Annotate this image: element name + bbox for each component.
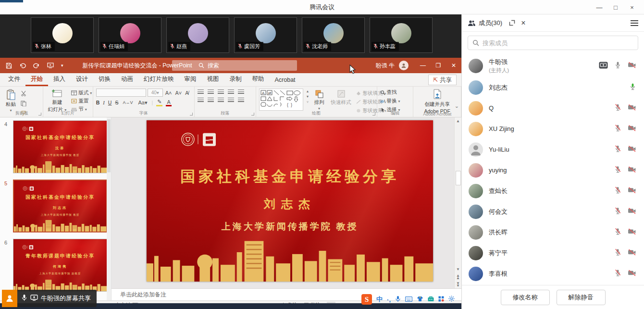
camera-off-icon[interactable]: [628, 207, 636, 216]
camera-off-icon[interactable]: [628, 187, 636, 195]
video-tile[interactable]: 虞国芳: [234, 17, 297, 53]
sogou-mode-chinese[interactable]: 中: [376, 295, 383, 304]
find-button[interactable]: 查找: [380, 89, 397, 96]
ribbon-tab-帮助[interactable]: 帮助: [247, 73, 270, 86]
member-row[interactable]: yuying: [462, 160, 644, 180]
ribbon-tab-审阅[interactable]: 审阅: [179, 73, 202, 86]
member-row[interactable]: 何会文: [462, 201, 644, 222]
ribbon-tab-文件[interactable]: 文件: [3, 73, 25, 86]
ribbon-tab-开始[interactable]: 开始: [25, 73, 48, 86]
sogou-logo-icon[interactable]: S: [361, 294, 372, 305]
member-row[interactable]: XU Zijing: [462, 118, 644, 139]
member-row[interactable]: 李喜根: [462, 263, 644, 284]
columns-icon[interactable]: [238, 98, 244, 103]
font-color-icon[interactable]: A: [166, 99, 171, 106]
mic-muted-icon[interactable]: [614, 228, 621, 237]
mic-muted-icon[interactable]: [614, 207, 621, 217]
justify-icon[interactable]: [228, 98, 234, 103]
video-tile[interactable]: 任瑞娟: [99, 17, 161, 53]
mic-muted-icon[interactable]: [614, 269, 621, 279]
shapes-scroll-down[interactable]: ▼: [306, 95, 310, 98]
slide-thumbnail[interactable]: 6 青年教师课题申请经验分享何琦隽上海大学新闻传播学院 副教授: [0, 239, 111, 292]
ribbon-tab-切换[interactable]: 切换: [93, 73, 116, 86]
clear-format-icon[interactable]: A̸: [184, 90, 189, 96]
arrange-button[interactable]: 排列 ▾: [312, 89, 326, 111]
camera-off-icon[interactable]: [628, 145, 636, 154]
redo-icon[interactable]: [33, 63, 40, 68]
mic-muted-icon[interactable]: [614, 145, 621, 154]
camera-off-icon[interactable]: [628, 249, 636, 258]
member-row[interactable]: 蒋宁平: [462, 243, 644, 263]
paste-button[interactable]: 粘贴 ▾: [4, 89, 18, 113]
member-search-box[interactable]: [468, 36, 638, 50]
line-spacing-icon[interactable]: [238, 90, 244, 95]
slide-scrollbar[interactable]: ▲ ▼ ▲▲ ▼▼: [454, 117, 461, 288]
copy-icon[interactable]: [21, 100, 26, 108]
member-search-input[interactable]: [483, 39, 633, 47]
ribbon-tab-插入[interactable]: 插入: [48, 73, 71, 86]
align-left-icon[interactable]: [198, 98, 204, 103]
numbering-icon[interactable]: [208, 90, 214, 95]
change-case-icon[interactable]: Aa▾: [137, 100, 148, 106]
mic-muted-icon[interactable]: [614, 166, 621, 175]
member-row[interactable]: Yu-liLiu: [462, 139, 644, 160]
close-button[interactable]: ×: [624, 0, 640, 14]
video-tile[interactable]: 张林: [31, 17, 94, 53]
video-tile[interactable]: 孙丰蕊: [370, 17, 433, 53]
ppt-minimize-button[interactable]: —: [415, 58, 431, 73]
screen-share-indicator[interactable]: 牛盼强的屏幕共享: [2, 290, 97, 307]
cut-icon[interactable]: [21, 90, 26, 98]
ribbon-tab-幻灯片放映[interactable]: 幻灯片放映: [138, 73, 179, 86]
reset-button[interactable]: 重置: [71, 98, 92, 104]
previous-slide-button[interactable]: ▲▲: [456, 273, 460, 281]
slide-canvas[interactable]: 国家社科基金申请经验分享 刘志杰 上海大学新闻传播学院 教授 ▲: [111, 117, 461, 288]
clipboard-dialog-launcher[interactable]: [38, 113, 41, 116]
font-name-box[interactable]: [96, 89, 146, 97]
member-row[interactable]: 洪长晖: [462, 222, 644, 243]
camera-off-icon[interactable]: [628, 125, 636, 133]
camera-off-icon[interactable]: [628, 270, 636, 278]
ppt-search-box[interactable]: 搜索: [172, 60, 297, 71]
share-screen-icon[interactable]: [30, 295, 38, 302]
bold-button[interactable]: B: [96, 100, 100, 105]
rename-button[interactable]: 修改名称: [501, 290, 550, 305]
unmute-button[interactable]: 解除静音: [557, 290, 606, 305]
indent-decrease-icon[interactable]: [218, 90, 224, 95]
grow-font-icon[interactable]: A˄: [164, 90, 173, 96]
member-row[interactable]: 牛盼强(主持人): [462, 55, 644, 77]
close-panel-icon[interactable]: ×: [521, 19, 525, 27]
font-dialog-launcher[interactable]: [190, 113, 193, 116]
current-slide[interactable]: 国家社科基金申请经验分享 刘志杰 上海大学新闻传播学院 教授: [147, 120, 433, 282]
shapes-more[interactable]: ▿: [307, 100, 309, 104]
mic-muted-icon[interactable]: [614, 124, 621, 134]
collapse-ribbon-icon[interactable]: ⌄: [455, 103, 459, 109]
scroll-up-icon[interactable]: ▲: [456, 117, 460, 125]
sogou-settings-gear-icon[interactable]: [448, 296, 455, 303]
video-tile[interactable]: 赵燕: [166, 17, 229, 53]
ppt-restore-button[interactable]: ❐: [431, 58, 446, 73]
layout-button[interactable]: 版式 ▾: [71, 90, 92, 96]
minimize-button[interactable]: —: [591, 0, 607, 14]
ribbon-tab-设计[interactable]: 设计: [71, 73, 93, 86]
shrink-font-icon[interactable]: A˅: [174, 90, 183, 96]
camera-off-icon[interactable]: [628, 62, 636, 70]
scrollbar-thumb[interactable]: [456, 171, 461, 185]
replace-button[interactable]: ab替换 ▾: [380, 98, 400, 104]
member-row[interactable]: 查灿长: [462, 180, 644, 201]
highlight-icon[interactable]: ✎: [156, 99, 162, 106]
video-tile[interactable]: 沈老师: [302, 17, 365, 53]
shapes-gallery[interactable]: A ⇄ {}: [259, 89, 303, 111]
sogou-skin-icon[interactable]: [417, 296, 423, 303]
shapes-scroll-up[interactable]: ▲: [306, 90, 310, 93]
indent-increase-icon[interactable]: [228, 90, 234, 95]
camera-off-icon[interactable]: [628, 166, 636, 175]
quick-styles-button[interactable]: 快速样式: [329, 89, 353, 106]
ribbon-tab-Acrobat[interactable]: Acrobat: [270, 74, 301, 86]
popout-panel-icon[interactable]: [509, 20, 515, 26]
sogou-punctuation-icon[interactable]: ·,: [387, 296, 391, 303]
start-slideshow-icon[interactable]: [47, 63, 54, 68]
create-pdf-button[interactable]: 创建并共享 Adobe PDF: [422, 89, 452, 115]
align-right-icon[interactable]: [218, 98, 224, 103]
scroll-down-icon[interactable]: ▼: [456, 266, 460, 273]
font-size-box[interactable]: 40 ▾: [148, 89, 163, 97]
